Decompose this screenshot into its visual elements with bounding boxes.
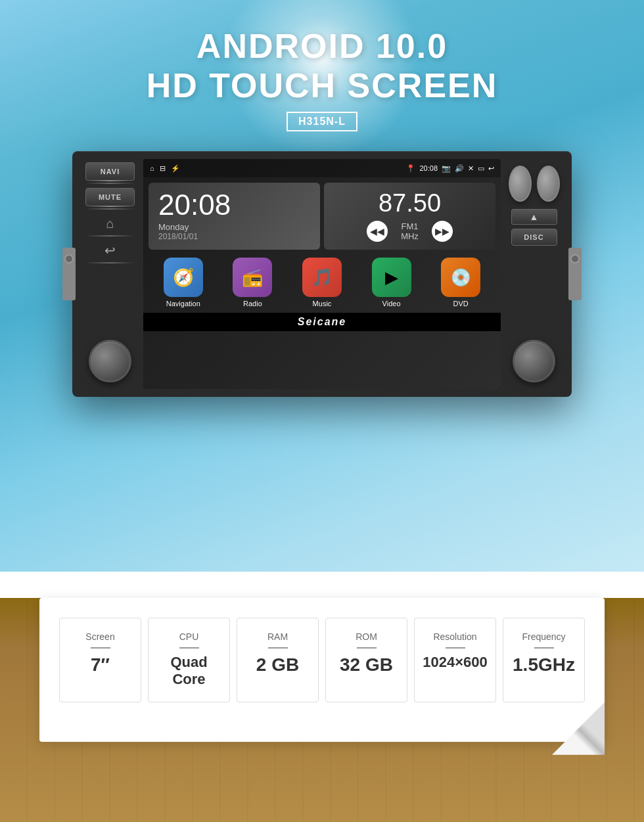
radio-frequency: 87.50 bbox=[379, 191, 441, 216]
top-section: ANDROID 10.0 HD TOUCH SCREEN H315N-L NAV… bbox=[0, 0, 644, 572]
branding-bar: Seicane bbox=[143, 313, 501, 331]
android-screen: ⌂ ⊟ ⚡ 📍 20:08 📷 🔊 ✕ ▭ ↩ bbox=[143, 159, 501, 389]
right-knob-left[interactable] bbox=[509, 166, 532, 202]
right-main-knob[interactable] bbox=[513, 340, 555, 382]
spec-cpu-divider bbox=[179, 647, 199, 649]
dvd-icon: 💿 bbox=[441, 258, 480, 297]
left-knob[interactable] bbox=[89, 340, 131, 382]
navi-btn-group: NAVI bbox=[85, 162, 135, 184]
back-button[interactable]: ↩ bbox=[97, 240, 124, 260]
close-icon: ✕ bbox=[468, 164, 474, 173]
specs-card: Screen 7″ CPU Quad Core RAM 2 GB ROM 32 … bbox=[39, 598, 605, 742]
knob-pair bbox=[509, 166, 560, 202]
right-knob-area bbox=[513, 250, 555, 386]
spec-rom-value: 32 GB bbox=[340, 654, 393, 676]
home-btn-line bbox=[85, 235, 135, 237]
spec-rom-label: ROM bbox=[356, 631, 377, 642]
eject-button[interactable]: ▲ bbox=[511, 209, 557, 225]
nav-label: Navigation bbox=[166, 300, 200, 308]
spec-ram-label: RAM bbox=[267, 631, 288, 642]
app-navigation[interactable]: 🧭 Navigation bbox=[164, 258, 203, 308]
spec-screen-divider bbox=[91, 647, 110, 649]
app-radio[interactable]: 📻 Radio bbox=[233, 258, 272, 308]
location-icon: 📍 bbox=[406, 164, 415, 173]
music-label: Music bbox=[313, 300, 332, 308]
spec-screen-label: Screen bbox=[85, 631, 114, 642]
spec-ram-divider bbox=[268, 647, 288, 649]
spec-rom-divider bbox=[357, 647, 377, 649]
radio-next-button[interactable]: ▶▶ bbox=[432, 221, 453, 242]
home-btn-group: ⌂ bbox=[85, 214, 135, 237]
screen-area: ⌂ ⊟ ⚡ 📍 20:08 📷 🔊 ✕ ▭ ↩ bbox=[143, 159, 501, 389]
stereo-unit: NAVI MUTE ⌂ ↩ bbox=[72, 151, 572, 397]
clock-widget: 20:08 Monday 2018/01/01 bbox=[149, 183, 320, 250]
spec-frequency: Frequency 1.5GHz bbox=[503, 618, 585, 702]
disc-button[interactable]: DISC bbox=[511, 229, 557, 246]
spec-resolution-value: 1024×600 bbox=[423, 654, 488, 671]
title-line2: HD TOUCH SCREEN bbox=[147, 66, 498, 105]
spec-screen-value: 7″ bbox=[91, 654, 110, 676]
spec-resolution-label: Resolution bbox=[433, 631, 476, 642]
spec-cpu-label: CPU bbox=[179, 631, 199, 642]
spec-screen: Screen 7″ bbox=[59, 618, 141, 702]
navi-btn-line bbox=[85, 183, 135, 184]
video-label: Video bbox=[382, 300, 401, 308]
radio-controls: ◀◀ FM1 MHz ▶▶ bbox=[367, 221, 453, 242]
clock-time: 20:08 bbox=[158, 191, 310, 219]
bottom-section: Screen 7″ CPU Quad Core RAM 2 GB ROM 32 … bbox=[0, 598, 644, 822]
app-music[interactable]: 🎵 Music bbox=[302, 258, 342, 308]
music-icon: 🎵 bbox=[302, 258, 342, 297]
video-icon: ▶ bbox=[372, 258, 411, 297]
status-bar: ⌂ ⊟ ⚡ 📍 20:08 📷 🔊 ✕ ▭ ↩ bbox=[143, 159, 501, 177]
spec-resolution: Resolution 1024×600 bbox=[414, 618, 496, 702]
radio-icon: 📻 bbox=[233, 258, 272, 297]
right-knob-right[interactable] bbox=[537, 166, 560, 202]
navi-button[interactable]: NAVI bbox=[85, 162, 135, 181]
nav-icon: 🧭 bbox=[164, 258, 203, 297]
spec-rom: ROM 32 GB bbox=[325, 618, 407, 702]
header-text: ANDROID 10.0 HD TOUCH SCREEN H315N-L bbox=[147, 26, 498, 131]
dvd-label: DVD bbox=[453, 300, 469, 308]
radio-info: FM1 MHz bbox=[401, 221, 419, 241]
status-time: 20:08 bbox=[419, 164, 438, 172]
clock-date: 2018/01/01 bbox=[158, 232, 310, 241]
spec-cpu-value: Quad Core bbox=[170, 654, 207, 689]
back-btn-line bbox=[85, 262, 135, 263]
bookmark-icon: ⊟ bbox=[160, 164, 166, 173]
radio-widget: 87.50 ◀◀ FM1 MHz ▶▶ bbox=[324, 183, 495, 250]
radio-app-label: Radio bbox=[243, 300, 262, 308]
camera-icon: 📷 bbox=[442, 164, 451, 173]
status-right: 📍 20:08 📷 🔊 ✕ ▭ ↩ bbox=[406, 164, 494, 173]
status-left: ⌂ ⊟ ⚡ bbox=[150, 164, 180, 173]
mute-btn-group: MUTE bbox=[85, 188, 135, 210]
battery-icon: ▭ bbox=[478, 164, 484, 173]
clock-day: Monday bbox=[158, 222, 310, 232]
home-button[interactable]: ⌂ bbox=[97, 214, 124, 233]
left-knob-area bbox=[89, 267, 131, 386]
spec-cpu: CPU Quad Core bbox=[148, 618, 230, 702]
usb-icon: ⚡ bbox=[171, 164, 180, 173]
model-badge: H315N-L bbox=[287, 112, 357, 131]
app-video[interactable]: ▶ Video bbox=[372, 258, 411, 308]
back-btn-group: ↩ bbox=[85, 240, 135, 263]
stereo-container: NAVI MUTE ⌂ ↩ bbox=[72, 151, 572, 397]
app-dvd[interactable]: 💿 DVD bbox=[441, 258, 480, 308]
home-status-icon: ⌂ bbox=[150, 164, 154, 172]
radio-prev-button[interactable]: ◀◀ bbox=[367, 221, 388, 242]
right-panel: ▲ DISC bbox=[506, 159, 562, 389]
bracket-right bbox=[568, 248, 582, 300]
widgets-row: 20:08 Monday 2018/01/01 87.50 ◀◀ FM1 bbox=[143, 177, 501, 254]
spec-ram: RAM 2 GB bbox=[237, 618, 319, 702]
title-line1: ANDROID 10.0 bbox=[147, 26, 498, 66]
apps-row: 🧭 Navigation 📻 Radio 🎵 Music bbox=[143, 254, 501, 313]
bracket-left bbox=[62, 248, 76, 300]
spec-frequency-value: 1.5GHz bbox=[513, 654, 575, 676]
radio-station: FM1 bbox=[401, 221, 419, 231]
specs-grid: Screen 7″ CPU Quad Core RAM 2 GB ROM 32 … bbox=[59, 618, 585, 702]
mute-button[interactable]: MUTE bbox=[85, 188, 135, 206]
stereo-inner: NAVI MUTE ⌂ ↩ bbox=[82, 159, 562, 389]
seicane-logo: Seicane bbox=[298, 316, 346, 328]
back-nav-icon: ↩ bbox=[488, 164, 494, 173]
mute-btn-line bbox=[85, 208, 135, 210]
radio-unit: MHz bbox=[401, 231, 419, 241]
